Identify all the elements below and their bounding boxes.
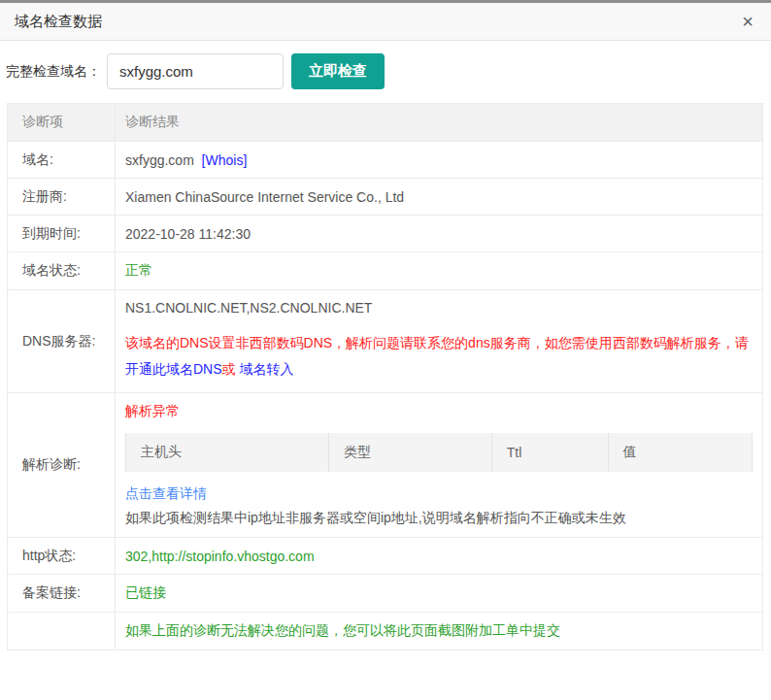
http-status-value: 302,http://stopinfo.vhostgo.com [116, 538, 762, 574]
domain-value: sxfygg.com [Whois] [125, 152, 753, 168]
row-label-empty [8, 613, 116, 650]
records-header-value: 值 [609, 433, 752, 472]
dns-servers-value: NS1.CNOLNIC.NET,NS2.CNOLNIC.NET [125, 300, 753, 316]
records-header-type: 类型 [329, 433, 491, 472]
table-row-domain-status: 域名状态: 正常 [8, 252, 762, 290]
close-icon[interactable]: × [742, 12, 754, 31]
row-label: 域名: [8, 142, 116, 178]
dns-warning-text: 该域名的DNS设置非西部数码DNS，解析问题请联系您的dns服务商，如您需使用西… [125, 330, 753, 383]
domain-transfer-link[interactable]: 域名转入 [239, 361, 293, 377]
open-dns-link[interactable]: 开通此域名DNS [125, 361, 222, 377]
header-result: 诊断结果 [116, 104, 762, 141]
row-label: 解析诊断: [8, 393, 116, 537]
table-row-registrar: 注册商: Xiamen ChinaSource Internet Service… [8, 179, 762, 216]
row-label: 到期时间: [8, 216, 116, 251]
resolution-status: 解析异常 [125, 403, 753, 420]
table-row-domain: 域名: sxfygg.com [Whois] [8, 142, 762, 179]
diagnostics-table: 诊断项 诊断结果 域名: sxfygg.com [Whois] 注册商: Xia… [7, 103, 763, 650]
registrar-value: Xiamen ChinaSource Internet Service Co.,… [116, 179, 762, 215]
table-row-http-status: http状态: 302,http://stopinfo.vhostgo.com [8, 538, 762, 575]
whois-link[interactable]: [Whois] [202, 152, 248, 168]
row-label: DNS服务器: [8, 290, 116, 392]
modal-body: 完整检查域名： 立即检查 诊断项 诊断结果 域名: sxfygg.com [Wh… [0, 53, 771, 650]
table-row-icp-link: 备案链接: 已链接 [8, 575, 762, 613]
row-label: http状态: [8, 538, 116, 574]
resolution-note: 如果此项检测结果中ip地址非服务器或空间ip地址,说明域名解析指向不正确或未生效 [125, 510, 753, 527]
footer-note-value: 如果上面的诊断无法解决您的问题，您可以将此页面截图附加工单中提交 [116, 613, 762, 650]
records-header-ttl: Ttl [492, 433, 609, 472]
icp-link-value: 已链接 [116, 575, 762, 612]
table-row-expiry: 到期时间: 2022-10-28 11:42:30 [8, 216, 762, 252]
domain-input-label: 完整检查域名： [6, 63, 101, 81]
table-row-dns-server: DNS服务器: NS1.CNOLNIC.NET,NS2.CNOLNIC.NET … [8, 290, 762, 393]
domain-input[interactable] [107, 53, 284, 89]
header-item: 诊断项 [8, 104, 116, 141]
modal-title: 域名检查数据 [15, 13, 102, 31]
table-row-footer-note: 如果上面的诊断无法解决您的问题，您可以将此页面截图附加工单中提交 [8, 613, 762, 650]
domain-status-value: 正常 [116, 252, 762, 289]
table-row-resolution: 解析诊断: 解析异常 主机头 类型 Ttl 值 点击查看详情 如果此项检测结果中… [8, 393, 762, 538]
records-header-host: 主机头 [126, 433, 329, 472]
row-label: 域名状态: [8, 252, 116, 289]
table-header-row: 诊断项 诊断结果 [8, 104, 762, 142]
row-label: 注册商: [8, 179, 116, 215]
domain-check-form: 完整检查域名： 立即检查 [6, 53, 763, 89]
row-label: 备案链接: [8, 575, 116, 612]
resolution-records-table: 主机头 类型 Ttl 值 [125, 433, 753, 472]
check-now-button[interactable]: 立即检查 [291, 53, 385, 89]
expiry-value: 2022-10-28 11:42:30 [116, 216, 762, 251]
modal-titlebar: 域名检查数据 × [0, 3, 771, 41]
view-details-link[interactable]: 点击查看详情 [125, 485, 207, 501]
